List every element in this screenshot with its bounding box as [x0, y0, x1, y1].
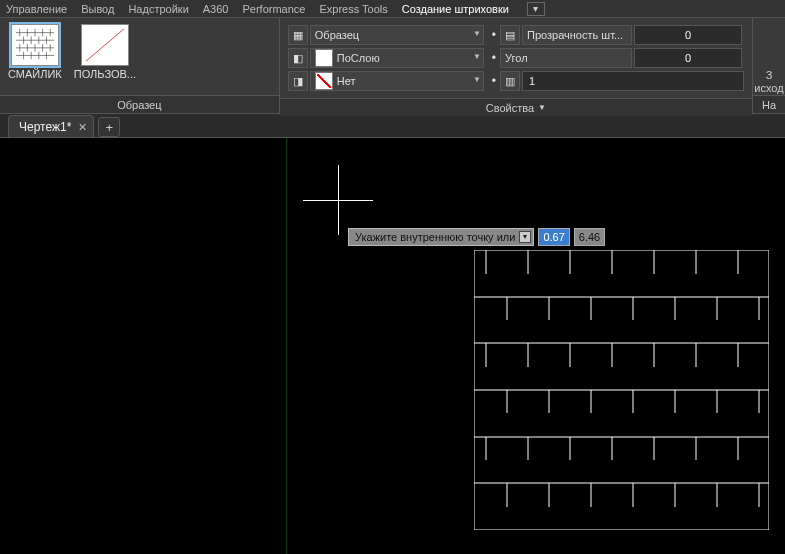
- panel-title-text: На: [762, 96, 776, 114]
- hatch-color-dropdown[interactable]: ПоСлою ▼: [310, 48, 484, 68]
- panel-title-text: Свойства: [486, 99, 534, 117]
- tab-a360[interactable]: A360: [203, 3, 229, 15]
- pattern-label: ПОЛЬЗОВ...: [74, 68, 136, 80]
- no-color-icon: [315, 72, 333, 90]
- prompt-text-box: Укажите внутреннюю точку или ▾: [348, 228, 534, 246]
- dropdown-value: Образец: [315, 29, 359, 41]
- hatch-type-icon[interactable]: ▦: [288, 25, 308, 45]
- pattern-user[interactable]: ПОЛЬЗОВ...: [74, 24, 136, 80]
- pattern-label: СМАЙЛИК: [8, 68, 62, 80]
- new-tab-button[interactable]: +: [98, 117, 120, 137]
- coord-y-input[interactable]: 6.46: [574, 228, 605, 246]
- prompt-menu-icon[interactable]: ▾: [519, 231, 531, 243]
- tab-performance[interactable]: Performance: [242, 3, 305, 15]
- text-fragment: З: [754, 69, 783, 82]
- document-name: Чертеж1*: [19, 120, 71, 134]
- pattern-user-icon: [82, 25, 128, 65]
- bg-color-icon[interactable]: ◨: [288, 71, 308, 91]
- crosshair-cursor: [338, 200, 339, 201]
- label-text: Угол: [505, 52, 528, 64]
- chevron-down-icon: ▼: [473, 75, 481, 84]
- svg-line-22: [86, 29, 124, 61]
- panel-title-properties[interactable]: Свойства ▼: [280, 98, 752, 116]
- chevron-down-icon: ▼: [538, 99, 546, 117]
- tab-express[interactable]: Express Tools: [319, 3, 387, 15]
- close-icon[interactable]: ✕: [75, 120, 89, 134]
- hatch-bgcolor-dropdown[interactable]: Нет ▼: [310, 71, 484, 91]
- chevron-down-icon: ▼: [473, 52, 481, 61]
- pattern-type-dropdown[interactable]: Образец ▼: [310, 25, 484, 45]
- hatch-preview: [474, 250, 769, 530]
- coord-x-input[interactable]: 0.67: [538, 228, 569, 246]
- separator-icon: •: [492, 74, 496, 88]
- angle-value[interactable]: 0: [634, 48, 742, 68]
- dropdown-value: ПоСлою: [337, 52, 380, 64]
- tab-hatch-creation[interactable]: Создание штриховки: [402, 3, 509, 15]
- dropdown-value: Прозрачность шт...: [527, 29, 623, 41]
- pattern-preview-icon: [12, 25, 58, 65]
- tab-manage[interactable]: Управление: [6, 3, 67, 15]
- prompt-text: Укажите внутреннюю точку или: [355, 231, 515, 243]
- transparency-icon[interactable]: ▤: [500, 25, 520, 45]
- separator-icon: •: [492, 28, 496, 42]
- transparency-value[interactable]: 0: [634, 25, 742, 45]
- drawing-canvas[interactable]: Укажите внутреннюю точку или ▾ 0.67 6.46: [0, 138, 785, 554]
- transparency-dropdown[interactable]: Прозрачность шт...: [522, 25, 632, 45]
- panel-title-pattern[interactable]: Образец: [0, 95, 279, 113]
- scale-value[interactable]: 1: [522, 71, 744, 91]
- origin-panel-truncated: З исход: [754, 69, 783, 95]
- separator-icon: •: [492, 51, 496, 65]
- guide-line: [286, 138, 287, 554]
- color-picker-icon[interactable]: ◧: [288, 48, 308, 68]
- panel-title-origin[interactable]: На: [753, 95, 785, 113]
- text-fragment: исход: [754, 82, 783, 95]
- tab-output[interactable]: Вывод: [81, 3, 114, 15]
- scale-icon[interactable]: ▥: [500, 71, 520, 91]
- color-swatch-icon: [315, 49, 333, 67]
- chevron-down-icon: ▼: [473, 29, 481, 38]
- panel-title-text: Образец: [117, 96, 161, 114]
- dropdown-value: Нет: [337, 75, 356, 87]
- document-tab[interactable]: Чертеж1* ✕: [8, 115, 94, 137]
- angle-label-box: Угол: [500, 48, 632, 68]
- tab-addins[interactable]: Надстройки: [128, 3, 188, 15]
- pattern-smiley[interactable]: СМАЙЛИК: [8, 24, 62, 80]
- command-prompt: Укажите внутреннюю точку или ▾ 0.67 6.46: [348, 228, 605, 246]
- ribbon-overflow-icon[interactable]: ▾: [527, 2, 545, 16]
